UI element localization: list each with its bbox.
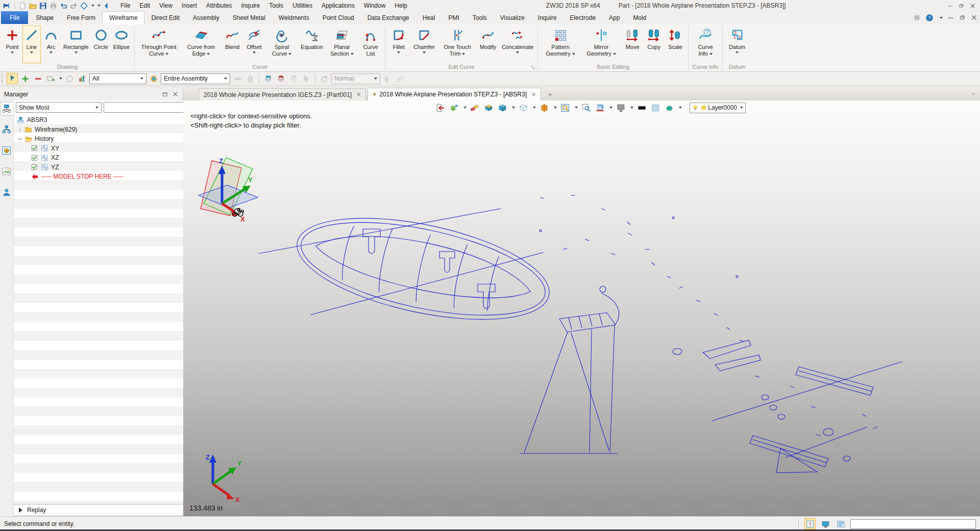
status-input[interactable] — [850, 519, 976, 529]
menu-applications[interactable]: Applications — [317, 2, 359, 9]
clip-section-icon[interactable] — [594, 102, 605, 113]
restore-icon[interactable] — [958, 3, 965, 9]
chevron-down-icon[interactable] — [423, 52, 426, 54]
float-icon[interactable] — [162, 91, 168, 97]
menu-file[interactable]: File — [116, 2, 135, 9]
ribbon-tab-direct-edit[interactable]: Direct Edit — [144, 11, 186, 24]
tool-blend[interactable]: Blend — [222, 26, 242, 63]
tool-rectangle[interactable]: Rectangle — [61, 26, 91, 63]
tool-equation[interactable]: Equation — [299, 26, 325, 63]
render-sphere-icon[interactable] — [538, 102, 550, 113]
unlink-icon[interactable] — [232, 73, 243, 84]
minimize-icon[interactable] — [947, 3, 953, 9]
chevron-down-icon[interactable] — [709, 53, 713, 55]
close-icon[interactable] — [969, 3, 976, 9]
tool-modify[interactable]: Modify — [477, 26, 499, 63]
eraser-icon[interactable] — [469, 102, 480, 113]
chev-open[interactable] — [17, 136, 23, 142]
blank-stack-icon[interactable] — [275, 73, 286, 84]
black-swatch[interactable] — [636, 102, 647, 113]
ribbon-tab-weldments[interactable]: Weldments — [272, 11, 316, 24]
role-browser-icon[interactable] — [0, 186, 13, 199]
pick-circle-icon[interactable] — [64, 73, 75, 84]
ribbon-tab-app[interactable]: App — [602, 11, 626, 24]
minimize-icon[interactable] — [947, 14, 954, 21]
menu-help[interactable]: Help — [390, 2, 412, 9]
new-tab-button[interactable]: + — [543, 90, 557, 98]
chevron-down-icon[interactable] — [91, 5, 94, 7]
tree-item-yz[interactable]: 12YZ — [14, 163, 190, 172]
pick-pencil-icon[interactable] — [395, 73, 406, 84]
ribbon-tab-assembly[interactable]: Assembly — [186, 11, 226, 24]
chevron-down-icon[interactable] — [572, 53, 575, 55]
chevron-down-icon[interactable] — [288, 53, 291, 55]
chevron-down-icon[interactable] — [97, 5, 101, 7]
chevron-down-icon[interactable] — [253, 52, 256, 54]
tool-arc[interactable]: Arc — [42, 26, 60, 63]
ribbon-tab-electrode[interactable]: Electrode — [563, 11, 602, 24]
appearance-icon[interactable] — [664, 102, 675, 113]
print-icon[interactable] — [49, 2, 58, 10]
close-icon[interactable]: ✕ — [531, 91, 536, 98]
checkbox-checked[interactable] — [31, 155, 38, 161]
ribbon-tab-tools[interactable]: Tools — [466, 11, 494, 24]
blue-swatch[interactable] — [650, 102, 661, 113]
tool-copy[interactable]: Copy — [644, 26, 664, 63]
chevron-down-icon[interactable] — [75, 52, 78, 54]
ribbon-tab-wireframe[interactable]: Wireframe — [102, 11, 144, 24]
save-icon[interactable] — [39, 2, 47, 10]
monitor-icon[interactable] — [820, 518, 831, 529]
ribbon-tab-shape[interactable]: Shape — [29, 11, 60, 24]
tool-one-touch-trim[interactable]: One Touch Trim — [439, 26, 476, 63]
orient-view-icon[interactable] — [483, 102, 494, 113]
lock-icon[interactable] — [244, 73, 256, 84]
ribbon-tab-visualize[interactable]: Visualize — [494, 11, 531, 24]
menu-view[interactable]: View — [155, 2, 177, 9]
redo-icon[interactable] — [69, 2, 78, 10]
tool-spiral-curve[interactable]: Spiral Curve — [266, 26, 298, 63]
wireframe-cube-icon[interactable] — [518, 102, 529, 113]
layer-combo[interactable]: Layer0000 — [690, 103, 746, 113]
ribbon-tab-mold[interactable]: Mold — [626, 11, 653, 24]
checkbox-checked[interactable] — [31, 164, 38, 170]
chevron-down-icon[interactable] — [554, 107, 557, 109]
chevron-down-icon[interactable] — [30, 52, 33, 54]
tool-datum[interactable]: 312Datum — [725, 26, 749, 63]
history-browser-icon[interactable] — [0, 102, 13, 115]
chevron-down-icon[interactable] — [207, 53, 210, 55]
layer-swatch[interactable] — [700, 104, 707, 111]
close-icon[interactable]: ✕ — [356, 91, 361, 98]
scope-combo[interactable]: Entire Assembly — [161, 73, 230, 84]
exit-icon[interactable] — [434, 102, 446, 113]
airplane-wireframe[interactable] — [183, 100, 980, 516]
tool-planar-section[interactable]: Planar Section — [326, 26, 358, 63]
shaded-cube-icon[interactable] — [497, 102, 508, 113]
tool-point[interactable]: Point — [3, 26, 21, 63]
restore-icon[interactable] — [959, 14, 966, 21]
field-toggle-icon[interactable]: T — [804, 518, 816, 529]
chevron-down-icon[interactable] — [512, 107, 515, 109]
menu-utilities[interactable]: Utilities — [288, 2, 317, 9]
tree-item-xy[interactable]: 12XY — [14, 144, 190, 154]
ribbon-tab-sheet-metal[interactable]: Sheet Metal — [226, 11, 272, 24]
replay-bar[interactable]: Replay — [14, 504, 190, 516]
tool-chamfer[interactable]: Chamfer — [410, 26, 438, 63]
zoom-icon[interactable] — [559, 102, 571, 113]
cursor-icon[interactable] — [301, 73, 312, 84]
chevron-down-icon[interactable] — [533, 107, 536, 109]
tool-fillet[interactable]: Fillet — [388, 26, 409, 63]
chevron-down-icon[interactable] — [11, 52, 14, 54]
datum-triad[interactable]: Z Y X — [197, 155, 260, 222]
filter-combo[interactable]: All — [89, 73, 146, 84]
chevron-down-icon[interactable] — [50, 52, 53, 54]
chevron-down-icon[interactable] — [679, 107, 682, 109]
visual-browser-icon[interactable] — [0, 144, 13, 157]
menu-attributes[interactable]: Attributes — [202, 2, 237, 9]
ribbon-tab-heal[interactable]: Heal — [416, 11, 442, 24]
regen-icon[interactable] — [318, 73, 330, 84]
pick-filter-icon[interactable] — [7, 73, 18, 84]
chevron-down-icon[interactable] — [575, 107, 578, 109]
ribbon-tab-point-cloud[interactable]: Point Cloud — [316, 11, 361, 24]
chevron-down-icon[interactable] — [970, 91, 976, 97]
menu-edit[interactable]: Edit — [135, 2, 155, 9]
